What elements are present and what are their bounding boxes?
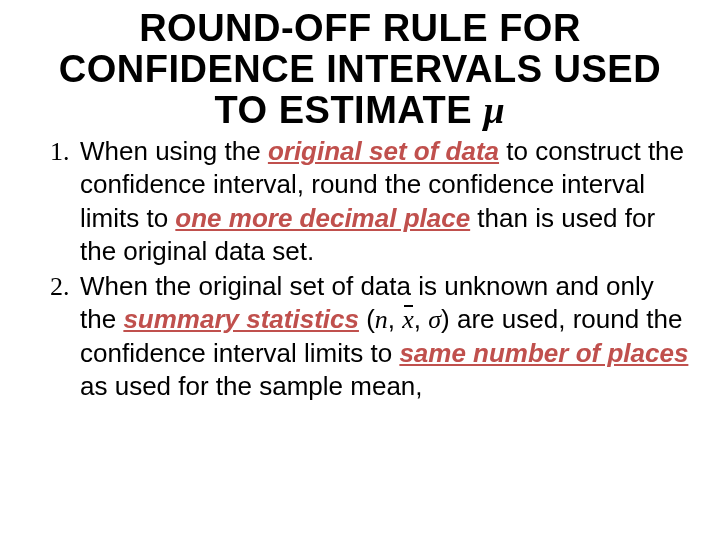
- emphasis-same-number-places: same number of places: [399, 338, 688, 368]
- symbol-x-bar: x: [402, 303, 414, 336]
- rules-list: When using the original set of data to c…: [18, 135, 702, 403]
- title-line-2: CONFIDENCE INTERVALS USED: [59, 48, 661, 90]
- symbol-n: n: [375, 305, 388, 334]
- title-line-3-prefix: TO ESTIMATE: [215, 89, 484, 131]
- comma: ,: [388, 304, 402, 334]
- emphasis-original-data: original set of data: [268, 136, 499, 166]
- comma: ,: [414, 304, 428, 334]
- symbol-sigma: σ: [428, 305, 441, 334]
- mu-symbol: µ: [483, 89, 505, 131]
- paren-close: ): [441, 304, 457, 334]
- title-line-1: ROUND-OFF RULE FOR: [139, 7, 581, 49]
- emphasis-summary-statistics: summary statistics: [123, 304, 359, 334]
- paren-open: (: [359, 304, 375, 334]
- rule-item-1: When using the original set of data to c…: [76, 135, 692, 268]
- slide: ROUND-OFF RULE FOR CONFIDENCE INTERVALS …: [0, 0, 720, 540]
- text: When using the: [80, 136, 268, 166]
- rule-item-2: When the original set of data is unknown…: [76, 270, 692, 403]
- text: as used for the sample mean,: [80, 371, 423, 401]
- emphasis-one-more-decimal: one more decimal place: [175, 203, 470, 233]
- slide-title: ROUND-OFF RULE FOR CONFIDENCE INTERVALS …: [18, 8, 702, 131]
